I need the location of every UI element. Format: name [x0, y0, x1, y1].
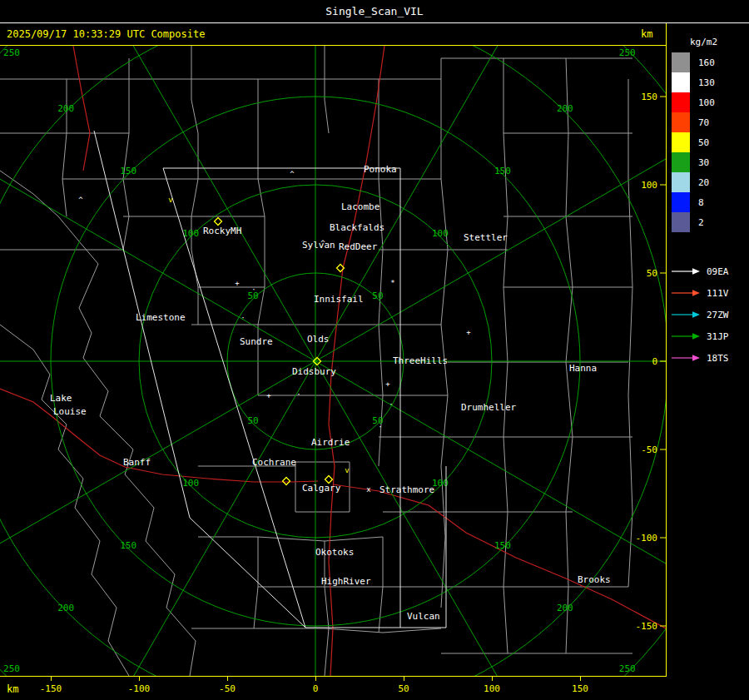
track-id-label: 111V — [707, 288, 729, 299]
district-boundary — [79, 308, 196, 676]
bottom-axis: km -150-100-50050100150 — [0, 677, 666, 700]
district-boundary — [0, 325, 129, 676]
city-label: Limestone — [136, 312, 186, 323]
district-boundary — [191, 46, 198, 325]
bottom-axis-tick-label: 150 — [572, 683, 588, 694]
colorbar-value: 100 — [698, 97, 715, 108]
azimuth-spoke — [0, 128, 315, 361]
city-label: Stettler — [464, 232, 508, 243]
point-marker: + — [266, 391, 271, 400]
district-boundary — [62, 79, 67, 216]
range-ring-label: 150 — [120, 540, 136, 551]
district-boundary — [379, 79, 383, 466]
bottom-axis-tick-label: 50 — [398, 683, 409, 694]
range-ring-label: 250 — [619, 47, 636, 58]
city-label: Strathmore — [379, 484, 434, 495]
city-label: Airdrie — [311, 437, 350, 448]
point-marker: + — [235, 279, 240, 287]
city-label: Louise — [53, 406, 87, 417]
district-boundary — [441, 58, 448, 608]
city-label: Banff — [123, 457, 151, 468]
radar-site-diamond-icon — [283, 478, 290, 485]
colorbar-entry: 130 — [672, 72, 749, 92]
track-arrow-icon — [670, 289, 702, 297]
point-marker: · — [251, 285, 255, 294]
colorbar: 1601301007050302082 — [672, 52, 749, 232]
range-ring-label: 250 — [619, 663, 636, 674]
district-boundary — [325, 541, 329, 676]
track-legend-item: 18TS — [670, 347, 749, 369]
district-boundary — [628, 79, 632, 587]
district-boundary — [503, 58, 508, 653]
city-label: Olds — [307, 334, 330, 345]
colorbar-swatch — [672, 132, 690, 152]
bottom-axis-tick — [315, 677, 316, 681]
range-ring-label: 250 — [3, 47, 20, 58]
district-boundary — [0, 171, 98, 308]
right-axis-tick-label: -150 — [636, 621, 658, 632]
range-ring-label: 150 — [494, 166, 511, 176]
track-legend-item: 111V — [670, 282, 749, 304]
colorbar-entry: 8 — [672, 192, 749, 212]
bottom-axis-tick — [580, 677, 581, 681]
right-axis-tick-label: -100 — [636, 533, 658, 544]
city-label: Sundre — [240, 336, 273, 347]
city-label: ThreeHills — [393, 355, 448, 366]
bottom-axis-tick-label: 0 — [313, 683, 319, 694]
point-marker: v — [345, 466, 349, 474]
district-boundary — [198, 537, 383, 541]
radar-site-diamond-icon — [215, 218, 222, 226]
colorbar-value: 30 — [698, 157, 709, 168]
city-label: Innisfail — [314, 294, 364, 305]
bottom-axis-tick — [139, 677, 140, 681]
colorbar-swatch — [672, 192, 690, 212]
colorbar-swatch — [672, 212, 690, 232]
bottom-axis-tick — [492, 677, 493, 681]
right-axis-tick-label: -50 — [641, 444, 657, 455]
point-marker: ^ — [320, 239, 325, 247]
range-ring-label: 100 — [432, 228, 449, 239]
point-marker: + — [466, 328, 471, 336]
point-marker: · — [296, 390, 300, 399]
colorbar-entry: 2 — [672, 212, 749, 232]
point-marker: * — [390, 279, 394, 287]
track-id-label: 27ZW — [707, 310, 729, 320]
city-label: Calgary — [302, 483, 341, 494]
radar-map-canvas[interactable]: 5050505010010010010015015015015020020020… — [0, 46, 666, 676]
right-axis-tick-label: 100 — [641, 180, 657, 191]
track-arrow-icon — [670, 354, 702, 362]
range-ring-label: 150 — [494, 540, 511, 551]
highway-line — [0, 389, 318, 482]
window-title: Single_Scan_VIL — [325, 5, 423, 17]
track-legend-item: 31JP — [670, 325, 749, 347]
bottom-axis-tick-label: -150 — [40, 683, 62, 694]
colorbar-value: 2 — [698, 217, 704, 228]
district-boundary — [123, 58, 129, 250]
city-label: HighRiver — [321, 576, 371, 587]
range-ring-label: 200 — [57, 603, 74, 613]
city-label: Lacombe — [341, 201, 379, 212]
bottom-axis-tick — [227, 677, 228, 681]
right-axis-tick-label: 150 — [641, 92, 657, 102]
city-label: Cochrane — [252, 457, 296, 468]
right-axis-tick-label: 50 — [647, 268, 657, 279]
track-legend: 09EA111V27ZW31JP18TS — [670, 261, 749, 369]
colorbar-value: 20 — [698, 177, 709, 188]
colorbar-value: 50 — [698, 137, 709, 148]
district-boundary — [258, 79, 265, 395]
colorbar-swatch — [672, 172, 690, 192]
city-label: Lake — [50, 393, 72, 404]
bottom-axis-tick-label: 100 — [484, 683, 500, 694]
scan-timestamp: 2025/09/17 10:33:29 UTC Composite — [7, 28, 205, 40]
colorbar-value: 130 — [698, 77, 715, 88]
colorbar-value: 70 — [698, 117, 709, 128]
city-label: Sylvan — [302, 240, 335, 251]
point-marker: ^ — [78, 196, 83, 204]
range-ring-label: 150 — [120, 166, 136, 176]
city-label: Didsbury — [292, 366, 336, 377]
colorbar-entry: 30 — [672, 152, 749, 172]
bottom-axis-unit-label: km — [7, 683, 18, 695]
track-id-label: 09EA — [707, 266, 729, 277]
range-ring-label: 250 — [3, 663, 20, 674]
city-label: Vulcan — [407, 611, 440, 622]
